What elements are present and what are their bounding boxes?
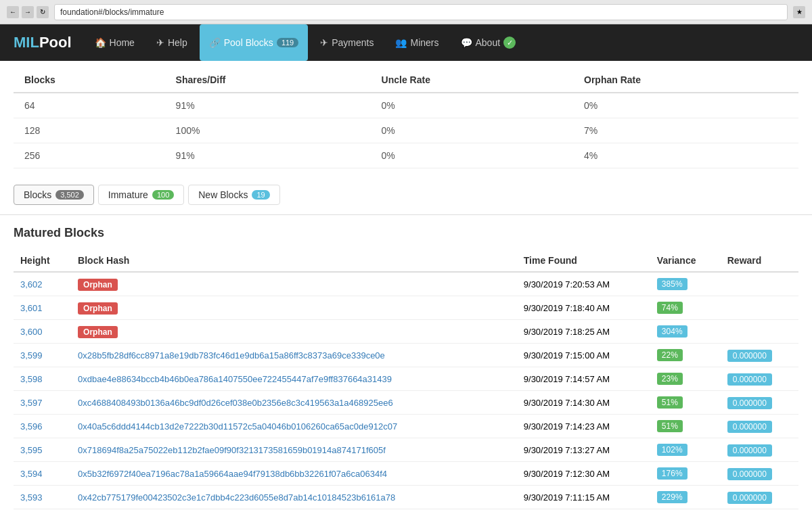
block-hash: 0xc4688408493b0136a46bc9df0d26cef038e0b2…	[71, 391, 517, 415]
block-reward	[721, 272, 798, 296]
main-content: Blocks Shares/Diff Uncle Rate Orphan Rat…	[0, 61, 812, 510]
stat-uncle-rate: 0%	[371, 93, 573, 118]
stat-shares-diff: 91%	[165, 143, 371, 168]
nav-pool-blocks[interactable]: 🔗 Pool Blocks 119	[200, 24, 309, 61]
nav-home[interactable]: 🏠 Home	[85, 24, 144, 61]
tab-label: New Blocks	[198, 189, 248, 200]
block-hash: Orphan	[71, 320, 517, 344]
tab-new-blocks[interactable]: New Blocks 19	[188, 185, 279, 205]
back-button[interactable]: ←	[7, 6, 19, 18]
block-hash: 0x40a5c6ddd4144cb13d2e7222b30d11572c5a04…	[71, 415, 517, 438]
nav-payments-label: Payments	[332, 37, 374, 48]
url-bar[interactable]: foundation#/blocks/immature	[54, 4, 788, 20]
block-reward: 0.000000	[721, 462, 798, 486]
nav-payments[interactable]: ✈ Payments	[311, 24, 383, 61]
bookmark-button[interactable]: ★	[793, 6, 805, 18]
height-link[interactable]: 3,596	[20, 421, 43, 432]
block-variance: 74%	[650, 296, 721, 320]
block-height[interactable]: 3,599	[14, 344, 71, 367]
block-height[interactable]: 3,598	[14, 367, 71, 391]
brand[interactable]: MILPool	[14, 34, 72, 51]
block-hash: 0x718694f8a25a75022eb112b2fae09f90f32131…	[71, 438, 517, 462]
pool-blocks-icon: 🔗	[209, 37, 221, 48]
variance-badge: 176%	[657, 467, 687, 480]
block-hash: Orphan	[71, 296, 517, 320]
section-title: Matured Blocks	[14, 226, 798, 240]
block-hash: 0x42cb775179fe00423502c3e1c7dbb4c223d605…	[71, 486, 517, 509]
stats-col-orphan: Orphan Rate	[573, 68, 798, 93]
block-height[interactable]: 3,596	[14, 415, 71, 438]
tab-blocks[interactable]: Blocks 3,502	[14, 185, 94, 205]
tab-badge: 19	[252, 190, 269, 200]
block-height[interactable]: 3,601	[14, 296, 71, 320]
forward-button[interactable]: →	[22, 6, 34, 18]
nav-help[interactable]: ✈ Help	[147, 24, 197, 61]
block-variance: 304%	[650, 320, 721, 344]
block-height[interactable]: 3,594	[14, 462, 71, 486]
reward-badge: 0.000000	[727, 397, 772, 409]
height-link[interactable]: 3,602	[20, 279, 43, 289]
stat-shares-diff: 91%	[165, 93, 371, 118]
browser-controls: ← → ↻	[7, 6, 49, 18]
block-time: 9/30/2019 7:11:15 AM	[517, 486, 650, 509]
block-height[interactable]: 3,600	[14, 320, 71, 344]
nav-pool-blocks-label: Pool Blocks	[224, 37, 273, 48]
block-height[interactable]: 3,602	[14, 272, 71, 296]
block-height[interactable]: 3,595	[14, 438, 71, 462]
browser-bar: ← → ↻ foundation#/blocks/immature ★	[0, 0, 812, 24]
block-height[interactable]: 3,593	[14, 486, 71, 509]
orphan-badge: Orphan	[78, 302, 118, 315]
reward-badge: 0.000000	[727, 444, 772, 457]
stat-uncle-rate: 0%	[371, 143, 573, 168]
variance-badge: 229%	[657, 491, 687, 503]
stats-row: 128 100% 0% 7%	[14, 118, 798, 143]
block-height[interactable]: 3,597	[14, 391, 71, 415]
nav-miners[interactable]: 👥 Miners	[386, 24, 448, 61]
navbar: MILPool 🏠 Home ✈ Help 🔗 Pool Blocks 119 …	[0, 24, 812, 61]
variance-badge: 304%	[657, 325, 687, 338]
block-hash-link[interactable]: 0xc4688408493b0136a46bc9df0d26cef038e0b2…	[78, 398, 393, 408]
reward-badge: 0.000000	[727, 468, 772, 480]
height-link[interactable]: 3,599	[20, 350, 43, 361]
block-hash-link[interactable]: 0x28b5fb28df6cc8971a8e19db783fc46d1e9db6…	[78, 350, 385, 361]
about-icon: 💬	[461, 37, 472, 48]
block-time: 9/30/2019 7:18:40 AM	[517, 296, 650, 320]
nav-about-label: About	[476, 37, 501, 48]
reload-button[interactable]: ↻	[37, 6, 49, 18]
orphan-badge: Orphan	[78, 279, 118, 291]
stat-blocks: 256	[14, 143, 165, 168]
tab-label: Blocks	[24, 189, 51, 200]
block-hash-link[interactable]: 0x718694f8a25a75022eb112b2fae09f90f32131…	[78, 445, 386, 455]
reward-badge: 0.000000	[727, 373, 772, 386]
orphan-badge: Orphan	[78, 326, 118, 338]
home-icon: 🏠	[95, 37, 106, 48]
stat-orphan-rate: 4%	[573, 143, 798, 168]
block-hash-link[interactable]: 0xdbae4e88634bccb4b46b0ea786a1407550ee72…	[78, 374, 392, 384]
variance-badge: 385%	[657, 278, 687, 290]
height-link[interactable]: 3,594	[20, 469, 43, 479]
height-link[interactable]: 3,597	[20, 398, 43, 408]
stat-blocks: 64	[14, 93, 165, 118]
height-link[interactable]: 3,601	[20, 303, 43, 313]
blocks-col-height: Height	[14, 250, 71, 272]
stats-col-uncle: Uncle Rate	[371, 68, 573, 93]
table-row: 3,601 Orphan 9/30/2019 7:18:40 AM 74%	[14, 296, 798, 320]
stat-orphan-rate: 0%	[573, 93, 798, 118]
block-variance: 229%	[650, 486, 721, 509]
block-time: 9/30/2019 7:14:30 AM	[517, 391, 650, 415]
stats-row: 256 91% 0% 4%	[14, 143, 798, 168]
nav-about[interactable]: 💬 About ✓	[451, 24, 526, 61]
tabs: Blocks 3,502 Immature 100 New Blocks 19	[14, 185, 798, 205]
blocks-col-variance: Variance	[650, 250, 721, 272]
height-link[interactable]: 3,598	[20, 374, 43, 384]
tab-immature[interactable]: Immature 100	[98, 185, 184, 205]
height-link[interactable]: 3,600	[20, 327, 43, 337]
height-link[interactable]: 3,595	[20, 445, 43, 455]
reward-badge: 0.000000	[727, 421, 772, 433]
reward-badge: 0.000000	[727, 350, 772, 362]
block-hash-link[interactable]: 0x42cb775179fe00423502c3e1c7dbb4c223d605…	[78, 492, 395, 503]
block-hash-link[interactable]: 0x40a5c6ddd4144cb13d2e7222b30d11572c5a04…	[78, 421, 397, 432]
height-link[interactable]: 3,593	[20, 492, 43, 503]
block-hash-link[interactable]: 0x5b32f6972f40ea7196ac78a1a59664aae94f79…	[78, 469, 387, 479]
stat-blocks: 128	[14, 118, 165, 143]
